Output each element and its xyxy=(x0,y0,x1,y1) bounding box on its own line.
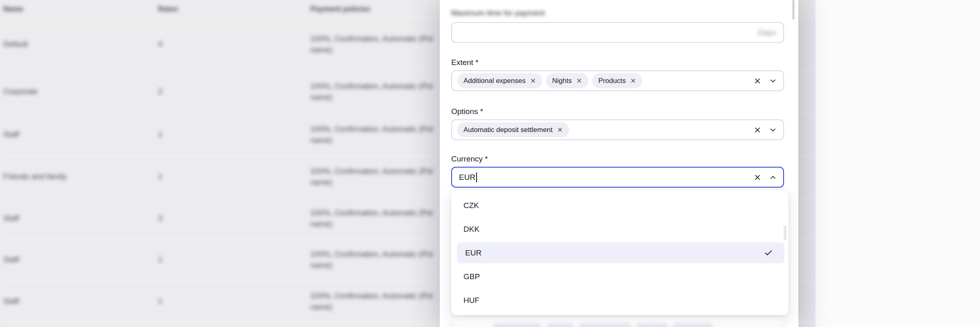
policy-line: name) xyxy=(310,134,445,146)
options-chevron-down-icon[interactable] xyxy=(768,125,777,134)
row-rates-cell: 4 xyxy=(158,40,163,49)
row-name-cell: Staff xyxy=(3,297,19,306)
dropdown-option-gbp[interactable]: GBP xyxy=(455,265,784,289)
policy-line: name) xyxy=(310,260,445,271)
blurred-tag xyxy=(636,323,668,327)
payment-time-input[interactable]: Days xyxy=(451,22,784,43)
currency-clear-icon[interactable] xyxy=(753,173,762,182)
row-payment-policies-cell: 100%, Confirmation, Automatic (Polname) xyxy=(310,207,445,229)
row-payment-policies-cell: 100%, Confirmation, Automatic (Polname) xyxy=(310,81,445,103)
tag-label: Nights xyxy=(552,77,572,85)
blurred-tag xyxy=(546,323,575,327)
modal-scrollbar-thumb[interactable] xyxy=(792,0,795,20)
row-name-cell: Friends and family xyxy=(3,172,67,181)
policy-line: 100%, Confirmation, Automatic (Pol xyxy=(310,290,445,301)
currency-combobox[interactable]: EUR xyxy=(451,167,784,188)
text-cursor xyxy=(476,172,477,182)
row-name-cell: Default xyxy=(3,40,28,49)
option-label: EUR xyxy=(465,249,481,258)
extent-label: Extent * xyxy=(451,58,479,67)
selected-tag: Nights xyxy=(546,73,588,88)
dropdown-option-dkk[interactable]: DKK xyxy=(455,217,784,241)
background-right-panel xyxy=(815,0,980,327)
policy-line: 100%, Confirmation, Automatic (Pol xyxy=(310,33,445,44)
option-label: GBP xyxy=(463,272,480,281)
row-rates-cell: 3 xyxy=(158,214,163,223)
policy-line: 100%, Confirmation, Automatic (Pol xyxy=(310,249,445,260)
tag-label: Products xyxy=(598,77,626,85)
blurred-tag xyxy=(673,323,713,327)
tag-label: Automatic deposit settlement xyxy=(463,126,552,134)
row-payment-policies-cell: 100%, Confirmation, Automatic (Polname) xyxy=(310,166,445,188)
policy-line: name) xyxy=(310,92,445,103)
policy-line: 100%, Confirmation, Automatic (Pol xyxy=(310,81,445,92)
row-rates-cell: 1 xyxy=(158,172,163,181)
extent-multiselect[interactable]: Additional expensesNightsProducts xyxy=(451,70,784,91)
payment-time-suffix: Days xyxy=(758,28,776,37)
row-payment-policies-cell: 100%, Confirmation, Automatic (Polname) xyxy=(310,249,445,271)
extent-chevron-down-icon[interactable] xyxy=(768,76,777,85)
x-remove-tag-icon[interactable] xyxy=(526,78,536,84)
x-remove-tag-icon[interactable] xyxy=(626,78,636,84)
screen: NameRatesPayment policies Default4100%, … xyxy=(0,0,980,327)
currency-chevron-up-icon[interactable] xyxy=(768,173,777,182)
blurred-tag xyxy=(579,323,632,327)
row-payment-policies-cell: 100%, Confirmation, Automatic (Polname) xyxy=(310,123,445,146)
policy-line: name) xyxy=(310,301,445,312)
option-label: DKK xyxy=(463,225,479,234)
dropdown-option-huf[interactable]: HUF xyxy=(455,289,784,312)
row-payment-policies-cell: 100%, Confirmation, Automatic (Polname) xyxy=(310,290,445,312)
table-column-header: Name xyxy=(3,5,23,13)
option-label: HUF xyxy=(463,296,479,305)
table-column-header: Payment policies xyxy=(310,5,370,13)
dropdown-option-czk[interactable]: CZK xyxy=(455,194,784,217)
check-icon xyxy=(764,249,773,258)
x-remove-tag-icon[interactable] xyxy=(552,127,563,133)
payment-time-label: Maximum time for payment xyxy=(451,9,545,18)
dropdown-option-eur[interactable]: EUR xyxy=(457,242,784,263)
selected-tag: Products xyxy=(592,73,642,88)
policy-line: 100%, Confirmation, Automatic (Pol xyxy=(310,123,445,134)
row-name-cell: Staff xyxy=(3,214,19,223)
policy-line: 100%, Confirmation, Automatic (Pol xyxy=(310,166,445,177)
options-clear-icon[interactable] xyxy=(753,125,762,134)
blurred-tag xyxy=(493,323,542,327)
row-rates-cell: 1 xyxy=(158,255,163,264)
extent-clear-icon[interactable] xyxy=(753,76,762,85)
currency-label: Currency * xyxy=(451,155,488,164)
currency-input-value: EUR xyxy=(459,173,475,182)
policy-line: 100%, Confirmation, Automatic (Pol xyxy=(310,207,445,218)
row-name-cell: Staff xyxy=(3,130,19,139)
table-column-header: Rates xyxy=(158,5,178,13)
x-remove-tag-icon[interactable] xyxy=(572,78,582,84)
selected-tag: Additional expenses xyxy=(457,73,542,88)
row-payment-policies-cell: 100%, Confirmation, Automatic (Polname) xyxy=(310,33,445,55)
tag-label: Additional expenses xyxy=(463,77,526,85)
selected-tag: Automatic deposit settlement xyxy=(457,122,569,137)
option-label: CZK xyxy=(463,201,479,210)
row-rates-cell: 1 xyxy=(158,297,163,306)
row-rates-cell: 1 xyxy=(158,130,163,139)
options-multiselect[interactable]: Automatic deposit settlement xyxy=(451,119,784,140)
policy-line: name) xyxy=(310,177,445,188)
row-name-cell: Staff xyxy=(3,255,19,264)
row-name-cell: Corporate xyxy=(3,87,38,96)
currency-dropdown-menu: CZKDKKEURGBPHUF xyxy=(451,190,788,315)
payment-policy-modal: Maximum time for payment Days Extent * A… xyxy=(440,0,798,327)
blurred-form-field xyxy=(451,318,784,327)
policy-line: name) xyxy=(310,218,445,229)
policy-line: name) xyxy=(310,44,445,55)
row-rates-cell: 2 xyxy=(158,87,163,96)
options-label: Options * xyxy=(451,107,483,116)
